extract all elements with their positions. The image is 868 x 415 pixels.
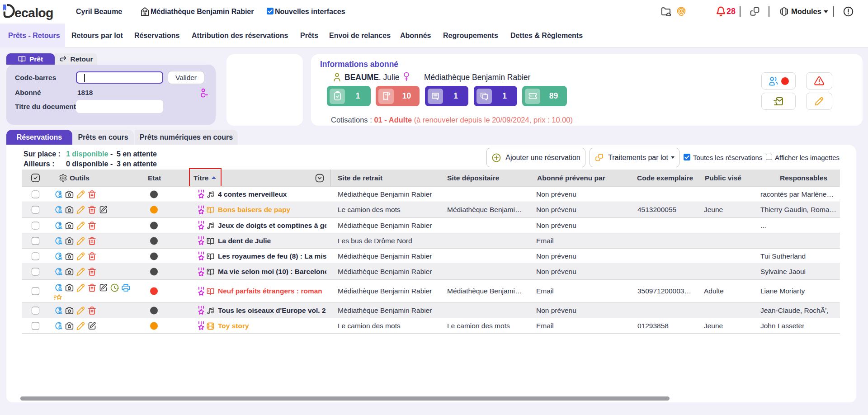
svg-text:ecalog: ecalog [14,5,53,20]
